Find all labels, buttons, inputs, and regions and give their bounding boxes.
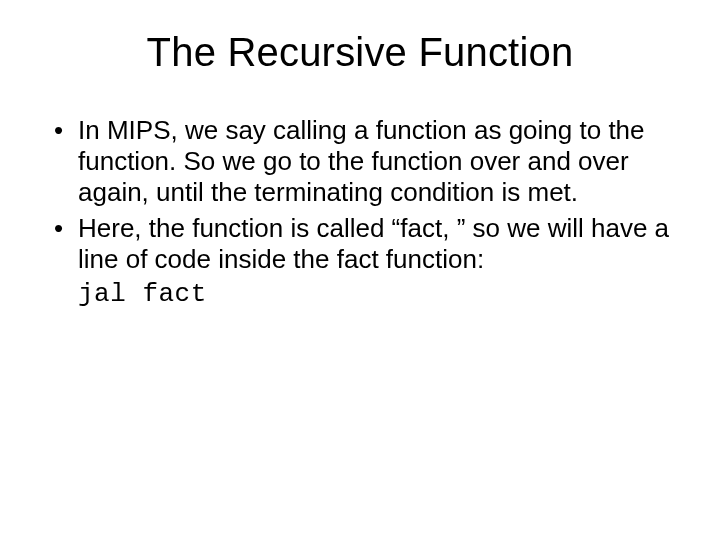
slide-title: The Recursive Function [50,30,670,75]
bullet-list: In MIPS, we say calling a function as go… [50,115,670,275]
slide: The Recursive Function In MIPS, we say c… [0,0,720,540]
slide-body: In MIPS, we say calling a function as go… [50,115,670,310]
code-line: jal fact [50,279,670,310]
bullet-item: Here, the function is called “fact, ” so… [50,213,670,275]
bullet-item: In MIPS, we say calling a function as go… [50,115,670,209]
